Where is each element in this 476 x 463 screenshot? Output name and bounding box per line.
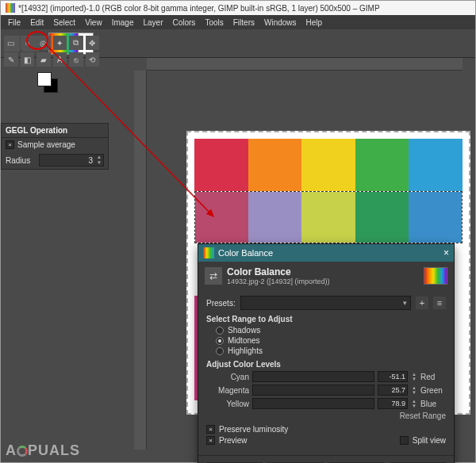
menu-help[interactable]: Help [302,17,327,29]
range-label: Select Range to Adjust [206,315,293,323]
preserve-luminosity-check[interactable]: ×Preserve luminosity [206,425,446,434]
chevron-down-icon: ▾ [403,299,407,307]
balance-icon: ⇄ [205,267,222,285]
tool-measure[interactable]: ⟲ [86,52,100,67]
color-balance-dialog: Color Balance × ⇄ Color Balance 14932.jp… [198,243,455,463]
yel-down[interactable]: ▼ [411,404,417,408]
magenta-label: Magenta [211,386,249,395]
panel-title: GEGL Operation [2,124,108,138]
dialog-heading: Color Balance [227,266,419,277]
mag-down[interactable]: ▼ [411,390,417,395]
sample-avg-checkbox[interactable]: × [6,140,14,149]
tool-free-select[interactable]: ◎ [36,36,51,50]
dialog-title: Color Balance [218,248,273,258]
tool-fuzzy-select[interactable]: ✦ [53,36,67,50]
menu-colors[interactable]: Colors [168,17,199,29]
cyan-label: Cyan [211,373,249,381]
window-title: *[14932] (imported)-1.0 (RGB color 8-bit… [18,4,380,13]
yellow-label: Yellow [211,400,249,408]
watermark: APUALS [6,442,80,459]
menu-bar: File Edit Select View Image Layer Colors… [1,15,475,29]
menu-image[interactable]: Image [108,17,138,29]
radius-label: Radius [6,156,36,165]
radio-highlights[interactable]: Highlights [206,346,446,355]
tool-crop[interactable]: ⧉ [69,36,83,50]
sample-average-row[interactable]: × Sample average [2,138,108,151]
radio-shadows[interactable]: Shadows [206,326,446,335]
radius-down[interactable]: ▼ [95,160,103,166]
fg-color[interactable] [37,72,52,86]
preset-menu-button[interactable]: ≡ [433,297,446,309]
radius-spinner[interactable]: ▲▼ [39,154,104,166]
green-label: Green [420,386,446,395]
tool-text[interactable]: A [53,52,67,67]
menu-filters[interactable]: Filters [229,17,259,29]
tool-path[interactable]: ⎋ [69,52,83,67]
magenta-green-slider[interactable] [252,385,374,396]
toolbox: ▭ ○ ◎ ✦ ⧉ ✥ ✎ ◧ ▰ A ⎋ ⟲ [4,36,99,69]
ruler-vertical [134,71,147,450]
yellow-blue-slider[interactable] [252,398,374,409]
menu-edit[interactable]: Edit [26,17,48,29]
menu-select[interactable]: Select [49,17,79,29]
tool-rect-select[interactable]: ▭ [4,36,18,50]
menu-file[interactable]: File [4,17,25,29]
sample-avg-label: Sample average [17,140,75,149]
cyan-down[interactable]: ▼ [411,377,417,381]
dialog-titlebar[interactable]: Color Balance × [198,244,454,262]
preview-swatch [424,267,447,285]
tool-ellipse-select[interactable]: ○ [21,36,35,50]
tool-eraser[interactable]: ◧ [21,52,35,67]
yellow-value[interactable]: 78.9 [378,398,408,409]
red-label: Red [420,373,446,381]
presets-select[interactable]: ▾ [240,296,411,310]
radius-up[interactable]: ▲ [95,155,103,160]
menu-view[interactable]: View [81,17,106,29]
dialog-icon [203,247,214,258]
dialog-subtitle: 14932.jpg-2 ([14932] (imported)) [227,277,419,285]
magenta-value[interactable]: 25.7 [378,385,408,396]
tool-bucket[interactable]: ▰ [36,52,51,67]
radius-input[interactable] [40,155,95,166]
gimp-icon [6,3,15,13]
menu-layer[interactable]: Layer [139,17,167,29]
tool-paintbrush[interactable]: ✎ [4,52,18,67]
radio-midtones[interactable]: Midtones [206,336,446,345]
ruler-horizontal [147,58,463,71]
add-preset-button[interactable]: + [416,297,428,309]
tool-options-panel: GEGL Operation × Sample average Radius ▲… [1,123,109,170]
blue-label: Blue [420,400,446,408]
presets-label: Presets: [206,299,236,308]
close-icon[interactable]: × [443,247,449,258]
menu-windows[interactable]: Windows [260,17,301,29]
window-titlebar: *[14932] (imported)-1.0 (RGB color 8-bit… [1,1,475,15]
reset-range-link[interactable]: Reset Range [206,411,446,420]
menu-tools[interactable]: Tools [201,17,227,29]
preview-check[interactable]: ×Preview [206,436,248,445]
cyan-red-slider[interactable] [252,371,374,382]
adjust-label: Adjust Color Levels [206,360,281,369]
cyan-value[interactable]: -51.1 [378,371,408,382]
split-view-check[interactable]: Split view [400,436,446,445]
tool-move[interactable]: ✥ [86,36,100,50]
